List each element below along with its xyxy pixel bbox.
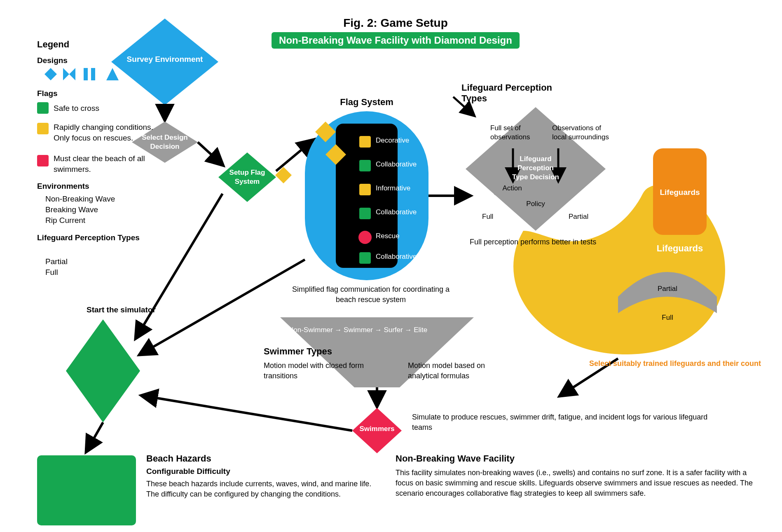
legend-flags-label: Flags xyxy=(37,89,58,99)
hazards-body: These beach hazards include currents, wa… xyxy=(146,479,377,499)
legend-lp-1: Full xyxy=(45,267,58,278)
svg-line-30 xyxy=(87,422,103,451)
svg-line-7 xyxy=(198,142,222,165)
legend-lp-0: Partial xyxy=(45,256,68,267)
diagram-svg xyxy=(0,0,782,532)
svg-line-27 xyxy=(136,194,222,338)
perception-full: Full xyxy=(482,212,493,221)
legend-env-label: Environments xyxy=(37,181,89,192)
swimmers-lbl: Swimmers xyxy=(359,424,394,434)
lifeguards-note: Select suitably trained lifeguards and t… xyxy=(589,359,761,369)
perception-types-title: Lifeguard Perception Types xyxy=(461,82,577,104)
svg-point-17 xyxy=(358,231,372,244)
svg-line-29 xyxy=(142,396,352,431)
svg-marker-0 xyxy=(44,68,57,80)
flag-item-1: Collaborative xyxy=(376,160,417,169)
perception-partial: Partial xyxy=(569,212,588,221)
legend-lp-label: Lifeguard Perception Types xyxy=(37,233,140,243)
legend-env-1: Breaking Wave xyxy=(45,204,98,215)
hazards-title: Beach Hazards xyxy=(146,453,211,464)
svg-rect-14 xyxy=(359,160,371,171)
svg-rect-16 xyxy=(359,208,371,219)
perception-action: Action xyxy=(502,184,522,193)
legend-env-2: Rip Current xyxy=(45,215,85,226)
perception-partial-obs: Observations of local surroundings xyxy=(552,124,614,142)
legend-flag-red: Must clear the beach of all swimmers. xyxy=(54,153,157,174)
svg-rect-18 xyxy=(359,252,371,264)
legend-env-0: Non-Breaking Wave xyxy=(45,194,115,204)
diagram-stage: Fig. 2: Game Setup Non-Breaking Wave Fac… xyxy=(0,0,782,532)
sim-out: Simulate to produce rescues, swimmer dri… xyxy=(412,412,725,433)
flag-item-2: Informative xyxy=(376,184,410,193)
flag-item-0: Decorative xyxy=(376,136,409,145)
lifeguards-title: Lifeguards xyxy=(657,243,703,254)
hazards-note: Configurable Difficulty xyxy=(146,466,230,477)
design-decision-label: Select Design Decision xyxy=(142,133,188,151)
swimmers-title: Swimmer Types xyxy=(264,346,332,357)
perception-decision-label: Lifeguard Perception Type Decision xyxy=(512,155,559,182)
svg-rect-15 xyxy=(359,184,371,195)
flag-system-title: Flag System xyxy=(340,97,393,108)
flag-item-4: Rescue xyxy=(376,232,400,241)
svg-marker-2 xyxy=(69,68,75,80)
perception-policy: Policy xyxy=(526,199,545,209)
start-diamond xyxy=(66,319,140,422)
svg-line-28 xyxy=(140,260,305,354)
design-icons xyxy=(44,68,119,80)
lifeguards-inner-partial: Partial xyxy=(658,284,677,293)
legend-flag-green: Safe to cross xyxy=(54,103,99,114)
lifeguards-lbl: Lifeguards xyxy=(660,187,700,198)
perception-note: Full perception performs better in tests xyxy=(470,237,596,247)
lifeguards-inner-full: Full xyxy=(662,313,673,322)
swimmers-note-b: Motion model based on analytical formula… xyxy=(408,361,515,381)
title-main: Fig. 2: Game Setup xyxy=(343,16,448,30)
legend-title: Legend xyxy=(37,39,69,50)
legend-designs-label: Designs xyxy=(37,56,68,66)
start-label: Start the simulator xyxy=(87,305,156,315)
flag-item-5: Collaborative xyxy=(376,252,417,261)
perception-full-obs: Full set of observations xyxy=(490,124,540,142)
swimmers-note-a: Motion model with closed form transition… xyxy=(264,361,371,381)
survey-env-label: Survey Environment xyxy=(127,54,203,65)
svg-marker-1 xyxy=(63,68,69,80)
svg-rect-3 xyxy=(84,68,88,80)
facility-body: This facility simulates non-breaking wav… xyxy=(396,468,766,499)
facility-title: Non-Breaking Wave Facility xyxy=(396,453,515,464)
flag-system-note: Simplified flag communication for coordi… xyxy=(288,284,453,305)
title-sub: Non-Breaking Wave Facility with Diamond … xyxy=(272,32,520,49)
svg-rect-4 xyxy=(91,68,95,80)
hazards-block xyxy=(37,455,136,525)
svg-rect-13 xyxy=(359,136,371,148)
legend-flag-yellow: Rapidly changing conditions. Only focus … xyxy=(54,122,157,143)
flag-item-3: Collaborative xyxy=(376,208,417,217)
svg-marker-5 xyxy=(106,68,119,80)
setup-flag-label: Setup Flag System xyxy=(229,168,265,186)
swimmers-flow: Non-Swimmer → Swimmer → Surfer → Elite xyxy=(288,326,427,335)
